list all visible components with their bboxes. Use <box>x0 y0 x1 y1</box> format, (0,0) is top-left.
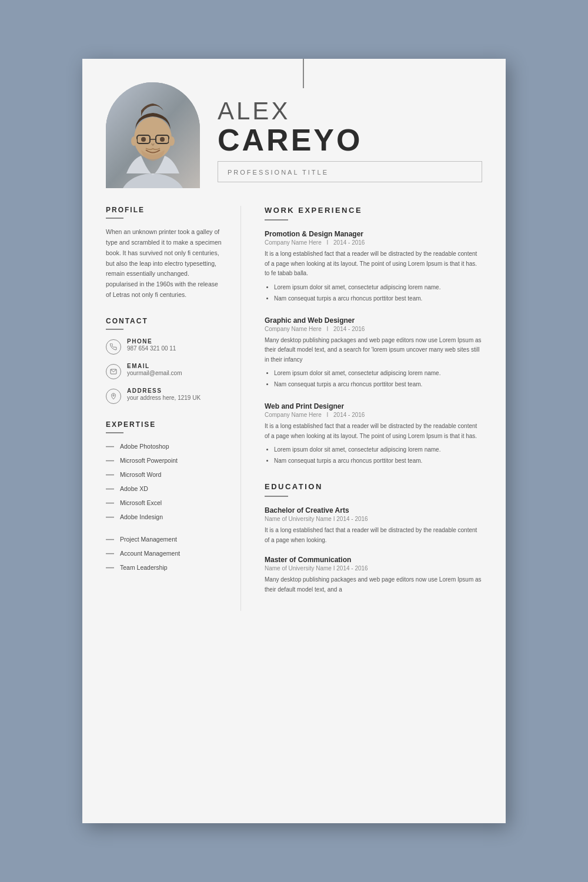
job-entry: Graphic and Web Designer Company Name He… <box>265 316 482 390</box>
expertise-divider <box>106 432 123 433</box>
contact-section-title: CONTACT <box>106 317 223 325</box>
svg-point-11 <box>113 395 115 396</box>
job-title: Promotion & Design Manager <box>265 230 482 238</box>
job-company: Company Name Here I 2014 - 2016 <box>265 239 482 246</box>
dash-icon: — <box>106 456 114 465</box>
list-item: Nam consequat turpis a arcu rhoncus port… <box>274 456 482 466</box>
list-item: —Adobe Photoshop <box>106 442 223 451</box>
professional-title: PROFESSIONAL TITLE <box>228 169 329 176</box>
location-icon <box>106 389 121 404</box>
profile-photo <box>106 82 200 188</box>
professional-title-bar: PROFESSIONAL TITLE <box>218 161 482 182</box>
list-item: Lorem ipsum dolor sit amet, consectetur … <box>274 445 482 455</box>
list-item: —Project Management <box>106 534 223 544</box>
left-column: PROFILE When an unknown printer took a g… <box>82 206 241 611</box>
mail-icon <box>106 364 121 379</box>
svg-point-6 <box>141 137 146 142</box>
address-label: ADDRESS <box>127 387 201 394</box>
name-section: ALEX CAREYO PROFESSIONAL TITLE <box>218 98 482 188</box>
work-section-title: WORK EXPERIENCE <box>265 206 482 215</box>
last-name: CAREYO <box>218 125 482 155</box>
list-item: Nam consequat turpis a arcu rhoncus port… <box>274 379 482 389</box>
edu-degree: Bachelor of Creative Arts <box>265 506 482 514</box>
contact-phone: PHONE 987 654 321 00 11 <box>106 338 223 355</box>
job-entry: Web and Print Designer Company Name Here… <box>265 402 482 466</box>
contact-address: ADDRESS your address here, 1219 UK <box>106 387 223 404</box>
list-item: —Team Leadership <box>106 563 223 572</box>
education-entry: Bachelor of Creative Arts Name of Univer… <box>265 506 482 545</box>
expertise-section-title: EXPERTISE <box>106 420 223 429</box>
profile-section: PROFILE When an unknown printer took a g… <box>106 206 223 300</box>
job-entry: Promotion & Design Manager Company Name … <box>265 230 482 303</box>
dash-icon: — <box>106 498 114 507</box>
edu-description: It is a long established fact that a rea… <box>265 526 482 545</box>
list-item: —Microsoft Excel <box>106 498 223 507</box>
list-item: Nam consequat turpis a arcu rhoncus port… <box>274 293 482 303</box>
dash-icon: — <box>106 470 114 479</box>
list-item: —Adobe XD <box>106 484 223 493</box>
job-bullets: Lorem ipsum dolor sit amet, consectetur … <box>265 445 482 466</box>
resume-header: ALEX CAREYO PROFESSIONAL TITLE <box>82 59 506 188</box>
list-item: Lorem ipsum dolor sit amet, consectetur … <box>274 368 482 378</box>
education-section-title: EDUCATION <box>265 482 482 491</box>
first-name: ALEX <box>218 98 482 125</box>
job-description: It is a long established fact that a rea… <box>265 249 482 279</box>
education-container: Bachelor of Creative Arts Name of Univer… <box>265 506 482 594</box>
education-section: EDUCATION Bachelor of Creative Arts Name… <box>265 482 482 594</box>
dash-icon: — <box>106 534 114 544</box>
edu-description: Many desktop publishing packages and web… <box>265 575 482 594</box>
expertise-group1: —Adobe Photoshop—Microsoft Powerpoint—Mi… <box>106 442 223 522</box>
list-item: —Microsoft Powerpoint <box>106 456 223 465</box>
address-value: your address here, 1219 UK <box>127 395 201 401</box>
resume-document: ALEX CAREYO PROFESSIONAL TITLE PROFILE W… <box>82 59 506 823</box>
dash-icon: — <box>106 512 114 522</box>
list-item: Lorem ipsum dolor sit amet, consectetur … <box>274 282 482 292</box>
phone-icon <box>106 339 121 355</box>
edu-school: Name of University Name I 2014 - 2016 <box>265 516 482 522</box>
dash-icon: — <box>106 563 114 572</box>
job-company: Company Name Here I 2014 - 2016 <box>265 412 482 418</box>
svg-point-8 <box>131 136 137 146</box>
job-title: Graphic and Web Designer <box>265 316 482 325</box>
resume-body: PROFILE When an unknown printer took a g… <box>82 188 506 634</box>
job-title: Web and Print Designer <box>265 402 482 410</box>
accent-line <box>303 59 304 88</box>
profile-divider <box>106 218 123 219</box>
education-entry: Master of Communication Name of Universi… <box>265 556 482 594</box>
right-column: WORK EXPERIENCE Promotion & Design Manag… <box>241 206 506 611</box>
contact-section: CONTACT PHONE 987 654 321 00 11 <box>106 317 223 404</box>
job-bullets: Lorem ipsum dolor sit amet, consectetur … <box>265 368 482 389</box>
education-divider <box>265 496 288 497</box>
email-label: EMAIL <box>127 363 182 369</box>
dash-icon: — <box>106 549 114 558</box>
dash-icon: — <box>106 442 114 451</box>
edu-degree: Master of Communication <box>265 556 482 564</box>
expertise-group2: —Project Management—Account Management—T… <box>106 534 223 572</box>
jobs-container: Promotion & Design Manager Company Name … <box>265 230 482 466</box>
photo-container <box>106 82 200 188</box>
profile-text: When an unknown printer took a galley of… <box>106 227 223 300</box>
job-description: Many desktop publishing packages and web… <box>265 336 482 365</box>
work-section-divider <box>265 219 288 220</box>
work-experience-section: WORK EXPERIENCE Promotion & Design Manag… <box>265 206 482 466</box>
dash-icon: — <box>106 484 114 493</box>
expertise-section: EXPERTISE —Adobe Photoshop—Microsoft Pow… <box>106 420 223 572</box>
list-item: —Adobe Indesign <box>106 512 223 522</box>
job-description: It is a long established fact that a rea… <box>265 422 482 441</box>
svg-point-7 <box>160 137 165 142</box>
svg-point-9 <box>169 136 175 146</box>
phone-value: 987 654 321 00 11 <box>127 345 176 352</box>
list-item: —Microsoft Word <box>106 470 223 479</box>
profile-section-title: PROFILE <box>106 206 223 214</box>
job-bullets: Lorem ipsum dolor sit amet, consectetur … <box>265 282 482 303</box>
list-item: —Account Management <box>106 549 223 558</box>
contact-email: EMAIL yourmail@email.com <box>106 363 223 379</box>
phone-label: PHONE <box>127 338 176 345</box>
email-value: yourmail@email.com <box>127 370 182 376</box>
contact-divider <box>106 329 123 330</box>
job-company: Company Name Here I 2014 - 2016 <box>265 326 482 332</box>
edu-school: Name of University Name I 2014 - 2016 <box>265 565 482 572</box>
